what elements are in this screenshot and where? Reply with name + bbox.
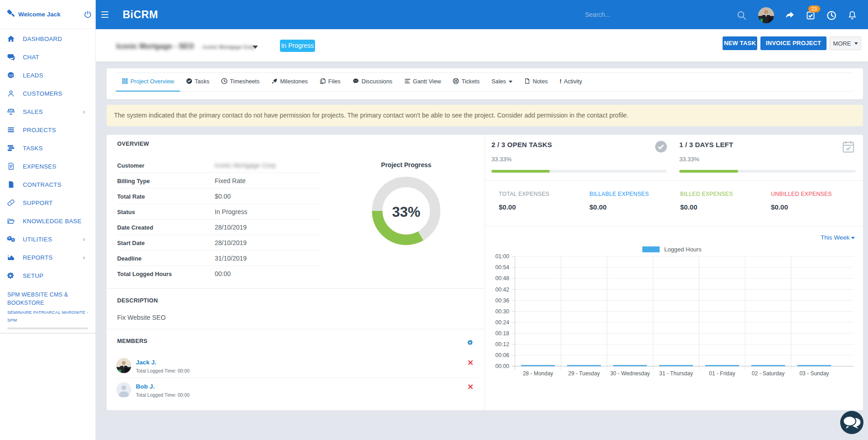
svg-text:01:00: 01:00 <box>496 253 510 260</box>
svg-text:00:30: 00:30 <box>496 308 510 315</box>
svg-text:28 - Monday: 28 - Monday <box>523 370 553 377</box>
svg-text:00:54: 00:54 <box>496 264 510 271</box>
svg-text:01 - Friday: 01 - Friday <box>709 370 735 377</box>
svg-text:02 - Saturday: 02 - Saturday <box>752 370 785 377</box>
svg-text:03 - Sunday: 03 - Sunday <box>800 370 829 377</box>
svg-text:00:18: 00:18 <box>496 330 510 337</box>
svg-text:00:24: 00:24 <box>496 319 510 326</box>
svg-text:00:12: 00:12 <box>496 341 510 348</box>
svg-text:29 - Tuesday: 29 - Tuesday <box>568 370 599 377</box>
svg-text:00:48: 00:48 <box>496 275 510 281</box>
svg-text:00:00: 00:00 <box>496 363 510 369</box>
svg-text:00:06: 00:06 <box>496 352 510 358</box>
svg-text:30 - Wednesday: 30 - Wednesday <box>610 370 650 377</box>
svg-text:00:42: 00:42 <box>496 287 510 293</box>
svg-text:31 - Thursday: 31 - Thursday <box>659 370 693 377</box>
svg-text:00:36: 00:36 <box>496 297 510 304</box>
